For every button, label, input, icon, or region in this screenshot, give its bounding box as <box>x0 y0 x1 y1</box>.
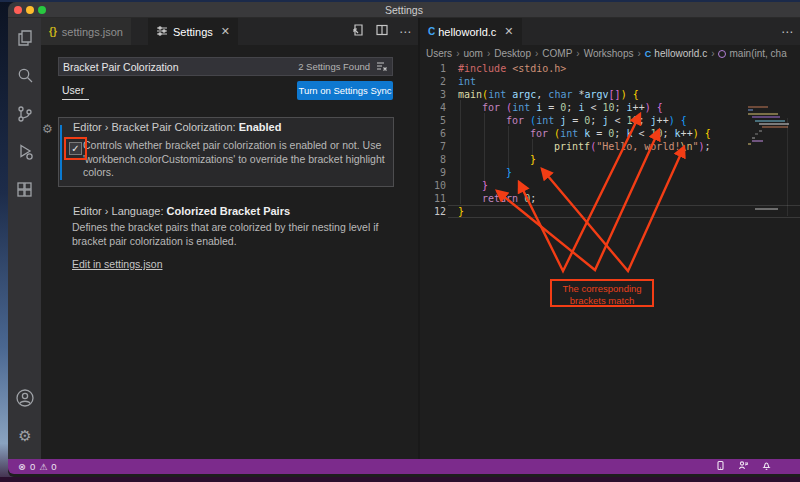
screen: Settings ⚙ <box>0 0 800 482</box>
breadcrumb-separator: › <box>711 48 714 59</box>
token-ty: int <box>536 115 554 126</box>
token-pl: ; <box>615 102 627 113</box>
annotation-text-line1: The corresponding <box>552 283 652 295</box>
tab-label: helloworld.c <box>438 26 496 38</box>
token-str: "Hello, world! <box>596 141 680 152</box>
token-b1: } <box>530 154 536 165</box>
open-settings-json-icon[interactable] <box>351 23 365 41</box>
token-pl: ; <box>663 128 675 139</box>
minimap-line <box>748 143 751 145</box>
tab-settings[interactable]: Settings ✕ <box>148 18 238 45</box>
breadcrumb-item[interactable]: Workshops <box>584 48 634 59</box>
breadcrumb-item[interactable]: uom <box>463 48 482 59</box>
explorer-icon[interactable] <box>15 28 35 48</box>
setting2-description: Defines the bracket pairs that are color… <box>72 221 390 248</box>
token-pl: ; <box>530 193 536 204</box>
line-number: 6 <box>420 127 446 140</box>
token-str: <stdio.h> <box>512 63 566 74</box>
token-pl: < <box>584 102 602 113</box>
line-number: 10 <box>420 179 446 192</box>
feedback-icon[interactable] <box>738 460 749 473</box>
warnings-icon: ⚠ <box>39 462 47 472</box>
close-tab-icon[interactable]: ✕ <box>221 25 230 38</box>
breadcrumb-item[interactable]: Users <box>426 48 452 59</box>
token-pl: < <box>632 128 650 139</box>
token-pl: * <box>572 89 584 100</box>
minimap-line <box>755 133 758 135</box>
breadcrumb-item[interactable]: Desktop <box>494 48 531 59</box>
device-icon[interactable] <box>715 460 726 473</box>
annotation-text-line2: brackets match <box>552 295 652 307</box>
edit-in-settings-json-link[interactable]: Edit in settings.json <box>72 258 162 270</box>
window-title: Settings <box>8 4 800 16</box>
token-b2: } <box>482 180 488 191</box>
settings-editor-group: {} settings.json Settings ✕ <box>41 18 418 462</box>
line-text: int <box>458 75 476 88</box>
setting2-title-prefix: Editor › Language: <box>73 205 167 217</box>
breadcrumb-separator: › <box>487 48 490 59</box>
token-esc: \n <box>680 141 692 152</box>
setting1-title: Editor › Bracket Pair Colorization: Enab… <box>73 121 281 133</box>
token-pl: ; <box>614 128 626 139</box>
line-number: 4 <box>420 101 446 114</box>
line-number: 8 <box>420 153 446 166</box>
token-pl: = <box>566 115 584 126</box>
title-bar: Settings <box>8 2 800 18</box>
breadcrumb-item[interactable]: COMP <box>542 48 572 59</box>
token-ty: char <box>548 89 572 100</box>
split-editor-icon[interactable] <box>375 23 389 41</box>
minimap-line <box>752 116 780 118</box>
minimap-line <box>748 113 778 115</box>
run-debug-icon[interactable] <box>15 142 35 162</box>
setting2-title: Editor › Language: Colorized Bracket Pai… <box>73 205 290 217</box>
token-pl: = <box>542 102 560 113</box>
line-number: 3 <box>420 88 446 101</box>
tab-label: settings.json <box>62 26 123 38</box>
close-tab-icon[interactable]: ✕ <box>504 25 513 38</box>
breadcrumbs[interactable]: Users›uom›Desktop›COMP›Workshops›Chellow… <box>426 46 800 61</box>
breadcrumb-separator: › <box>576 48 579 59</box>
search-icon[interactable] <box>15 66 35 86</box>
token-fn: main <box>458 89 482 100</box>
problems-status[interactable]: ⊗ 0 ⚠ 0 <box>18 461 57 472</box>
manage-gear-icon[interactable]: ⚙ <box>15 426 35 446</box>
token-kw: for <box>482 102 500 113</box>
settings-search-input[interactable]: Bracket Pair Colorization 2 Settings Fou… <box>58 57 393 76</box>
setting2-title-value: Colorized Bracket Pairs <box>167 205 291 217</box>
more-actions-icon[interactable]: ⋯ <box>781 25 794 39</box>
c-file-icon: C <box>428 26 435 37</box>
token-pl: = <box>590 128 608 139</box>
notifications-bell-icon[interactable] <box>761 460 772 473</box>
setting1-title-prefix: Editor › Bracket Pair Colorization: <box>73 121 239 133</box>
symbol-method-icon <box>718 50 726 58</box>
tab-settings-json[interactable]: {} settings.json <box>41 18 131 45</box>
settings-editor-icon <box>156 25 168 39</box>
breadcrumb-item[interactable]: main(int, cha <box>729 48 786 59</box>
line-text: } <box>482 179 488 192</box>
turn-on-settings-sync-button[interactable]: Turn on Settings Sync <box>297 81 393 100</box>
more-actions-icon[interactable]: ⋯ <box>399 25 412 39</box>
minimap-line <box>752 140 763 142</box>
token-kw: return <box>482 193 518 204</box>
errors-icon: ⊗ <box>18 461 26 472</box>
breadcrumb-separator: › <box>456 48 459 59</box>
line-text: #include <stdio.h> <box>458 62 566 75</box>
token-b3: { <box>681 115 687 126</box>
scope-tab-user[interactable]: User <box>62 84 84 96</box>
clear-filter-icon[interactable] <box>376 58 388 76</box>
token-vr: argc <box>512 89 536 100</box>
token-pl: ; <box>639 115 651 126</box>
line-number: 12 <box>420 205 446 218</box>
status-right-icons <box>715 460 772 473</box>
window-bottom-shadow <box>0 477 800 482</box>
line-text: for (int j = 0; j < 10; j++) { <box>506 114 687 127</box>
account-icon[interactable] <box>15 388 35 408</box>
minimap[interactable] <box>746 106 792 158</box>
source-control-icon[interactable] <box>15 104 35 124</box>
extensions-icon[interactable] <box>15 180 35 200</box>
setting-gear-icon[interactable]: ⚙ <box>42 122 53 136</box>
tab-helloworld-c[interactable]: C helloworld.c ✕ <box>420 18 522 45</box>
breadcrumb-item[interactable]: helloworld.c <box>654 48 707 59</box>
minimap-line <box>752 137 755 139</box>
code-area[interactable]: 1#include <stdio.h>2int3main(int argc, c… <box>420 61 800 462</box>
